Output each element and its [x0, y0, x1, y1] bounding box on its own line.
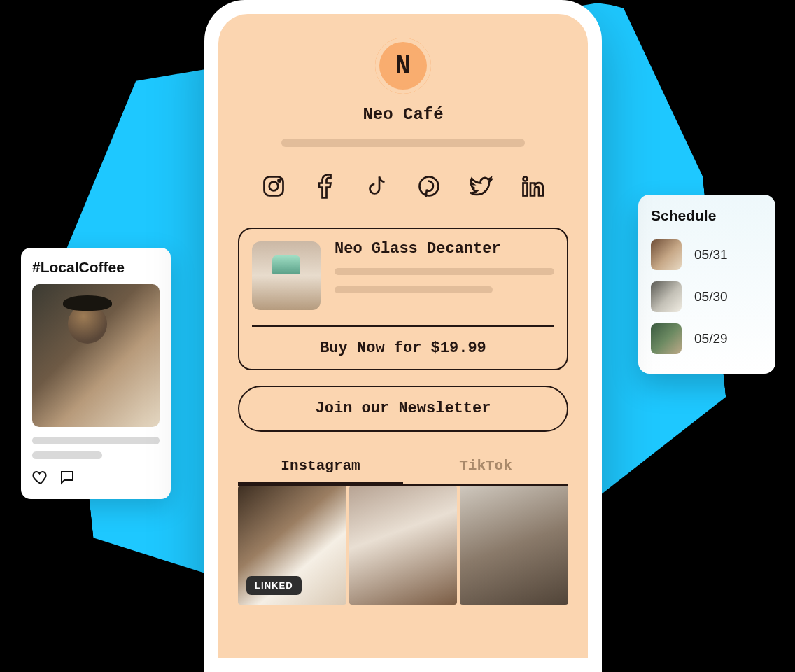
schedule-thumb	[651, 239, 682, 270]
product-thumb[interactable]	[252, 241, 321, 310]
phone-screen: N Neo Café	[218, 14, 588, 658]
pinterest-icon[interactable]	[416, 174, 442, 202]
caption-placeholder-line	[32, 437, 160, 444]
product-desc-placeholder	[335, 268, 554, 275]
social-post-card: #LocalCoffee	[21, 248, 171, 499]
gallery-item[interactable]: LINKED	[238, 486, 346, 605]
gallery-item[interactable]	[460, 486, 568, 605]
post-hashtag: #LocalCoffee	[32, 259, 160, 276]
comment-icon[interactable]	[59, 469, 76, 489]
caption-placeholder-line	[32, 451, 102, 459]
heart-icon[interactable]	[32, 469, 49, 489]
schedule-date: 05/30	[694, 289, 728, 304]
svg-point-2	[278, 179, 280, 181]
linkedin-icon[interactable]	[520, 174, 545, 202]
profile-initial: N	[395, 51, 411, 81]
tab-instagram[interactable]: Instagram	[238, 451, 403, 484]
schedule-row[interactable]: 05/31	[651, 234, 763, 276]
schedule-row[interactable]: 05/29	[651, 318, 763, 360]
product-card: Neo Glass Decanter Buy Now for $19.99	[238, 227, 568, 370]
svg-rect-4	[523, 183, 528, 196]
schedule-thumb	[651, 281, 682, 312]
profile-name: Neo Café	[363, 106, 443, 123]
instagram-icon[interactable]	[261, 174, 286, 202]
svg-point-5	[523, 177, 528, 181]
schedule-date: 05/31	[694, 247, 728, 262]
schedule-card: Schedule 05/31 05/30 05/29	[638, 195, 775, 374]
tiktok-icon[interactable]	[365, 174, 390, 202]
buy-now-button[interactable]: Buy Now for $19.99	[252, 326, 554, 356]
product-title: Neo Glass Decanter	[335, 241, 554, 257]
schedule-date: 05/29	[694, 331, 728, 346]
twitter-icon[interactable]	[468, 174, 493, 202]
tab-tiktok[interactable]: TikTok	[403, 451, 568, 484]
bio-placeholder-line	[281, 139, 525, 147]
newsletter-button[interactable]: Join our Newsletter	[238, 386, 568, 432]
post-photo[interactable]	[32, 284, 160, 427]
facebook-icon[interactable]	[313, 174, 338, 202]
svg-point-1	[269, 182, 279, 191]
phone-frame: N Neo Café	[204, 0, 602, 672]
feed-tabs: Instagram TikTok	[238, 451, 568, 486]
svg-point-3	[420, 177, 439, 196]
schedule-thumb	[651, 323, 682, 354]
feed-gallery: LINKED	[238, 486, 568, 605]
schedule-title: Schedule	[651, 207, 763, 224]
schedule-row[interactable]: 05/30	[651, 276, 763, 318]
product-desc-placeholder	[335, 286, 493, 293]
profile-avatar[interactable]: N	[375, 38, 431, 94]
gallery-item[interactable]	[349, 486, 458, 605]
social-icons-row	[261, 174, 545, 202]
linked-badge: LINKED	[246, 576, 302, 595]
